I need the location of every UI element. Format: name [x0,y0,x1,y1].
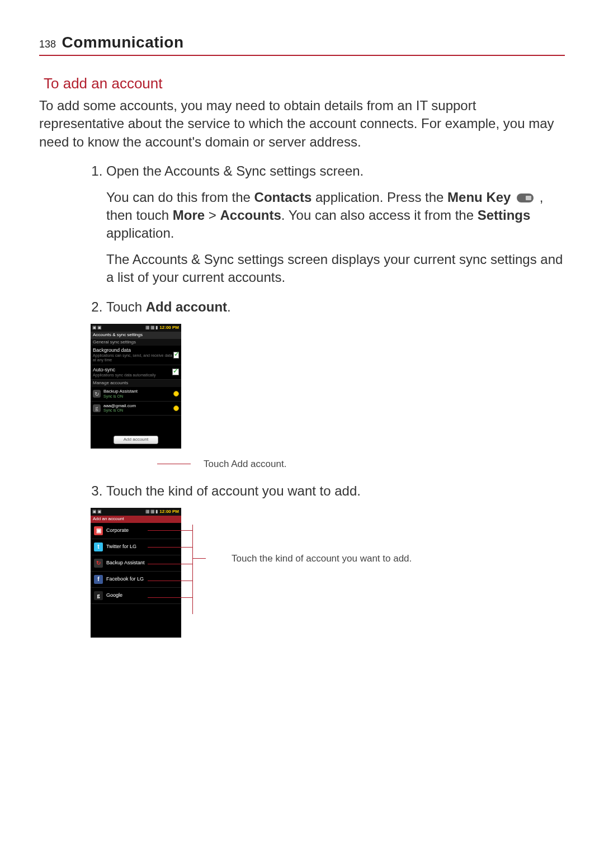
twitter-icon: t [94,542,103,551]
google-icon: g [94,591,103,600]
figure-2: ▣▣ ▦▦▮ 12:00 PM Add an account ▣ Corpora… [91,508,565,638]
status-time: 12:00 PM [159,326,179,331]
account-type-google[interactable]: g Google [91,588,181,604]
accounts-label: Accounts [220,207,281,223]
settings-app-label: Settings [478,207,531,223]
section-heading: To add an account [44,75,565,92]
account-type-facebook[interactable]: f Facebook for LG [91,572,181,588]
auto-sync-subtitle: Applications sync data automatically [93,373,155,378]
bg-data-title: Background data [93,348,173,353]
sync-indicator-icon [173,391,179,397]
auto-sync-checkbox[interactable] [172,369,179,375]
account-backup-assistant[interactable]: ↻ Backup Assistant Sync is ON [91,387,181,401]
backup-assistant-icon: ↻ [94,559,103,568]
status-icons-left: ▣▣ [92,509,102,515]
bg-data-checkbox[interactable] [173,352,179,358]
google-account-icon: g [93,404,101,412]
chapter-title: Communication [62,34,184,51]
phone-screenshot-1: ▣▣ ▦▦▮ 12:00 PM Accounts & sync settings… [91,324,181,449]
intro-paragraph: To add some accounts, you may need to ob… [39,97,565,151]
status-icons-right: ▦▦▮ 12:00 PM [145,509,180,515]
manage-accounts-header: Manage accounts [91,380,181,387]
callout-line [157,464,191,464]
screen-title-1: Accounts & sync settings [91,332,181,339]
page-number: 138 [39,39,56,50]
status-icons-left: ▣▣ [92,325,102,331]
step-2: Touch Add account. ▣▣ ▦▦▮ 12:00 PM Accou… [106,298,565,471]
background-data-setting[interactable]: Background data Applications can sync, s… [91,346,181,365]
status-time: 12:00 PM [159,510,179,515]
step-list: Open the Accounts & Sync settings screen… [39,162,565,638]
callout-bracket [192,525,193,614]
auto-sync-title: Auto-sync [93,367,155,373]
step-3: Touch the kind of account you want to ad… [106,482,565,638]
step-1-para-1: You can do this from the Contacts applic… [106,188,565,243]
page-header: 138 Communication [39,34,565,56]
callout-add-account: Touch Add account. [204,458,286,471]
figure-1: ▣▣ ▦▦▮ 12:00 PM Accounts & sync settings… [91,324,565,471]
auto-sync-setting[interactable]: Auto-sync Applications sync data automat… [91,365,181,380]
callout-choose-account-type: Touch the kind of account you want to ad… [232,553,412,565]
status-icons-right: ▦▦▮ 12:00 PM [145,325,180,331]
corporate-icon: ▣ [94,526,103,535]
phone-screenshot-2: ▣▣ ▦▦▮ 12:00 PM Add an account ▣ Corpora… [91,508,181,638]
screen-title-2: Add an account [91,516,181,523]
sync-indicator-icon [173,405,179,411]
status-bar: ▣▣ ▦▦▮ 12:00 PM [91,508,181,516]
account-gmail[interactable]: g aaa@gmail.com Sync is ON [91,402,181,416]
backup-assistant-icon: ↻ [93,390,101,398]
add-account-label: Add account [146,299,227,314]
step-1-para-2: The Accounts & Sync settings screen disp… [106,251,565,287]
add-account-button[interactable]: Add account [114,436,158,444]
more-label: More [173,207,205,223]
general-sync-header: General sync settings [91,339,181,346]
account-type-corporate[interactable]: ▣ Corporate [91,523,181,539]
step-3-text: Touch the kind of account you want to ad… [106,483,361,498]
menu-key-icon [517,194,534,202]
status-bar: ▣▣ ▦▦▮ 12:00 PM [91,324,181,332]
bg-data-subtitle: Applications can sync, send, and receive… [93,353,173,362]
facebook-icon: f [94,575,103,584]
contacts-app-label: Contacts [254,190,312,205]
step-1-text: Open the Accounts & Sync settings screen… [106,163,364,178]
step-1: Open the Accounts & Sync settings screen… [106,162,565,286]
menu-key-label: Menu Key [447,190,511,205]
